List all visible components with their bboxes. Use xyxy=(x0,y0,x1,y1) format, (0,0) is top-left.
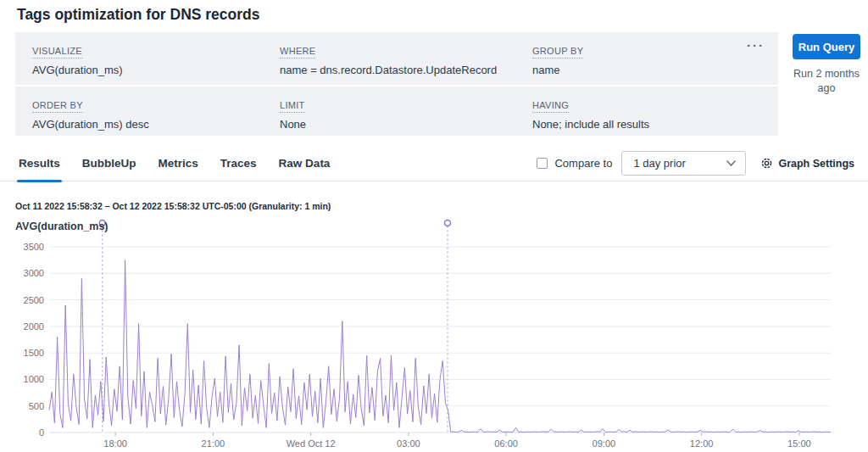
clause-label: ORDER BY xyxy=(32,100,83,113)
svg-text:1500: 1500 xyxy=(24,348,44,358)
svg-text:12:00: 12:00 xyxy=(690,438,714,449)
tab-traces[interactable]: Traces xyxy=(220,146,257,181)
svg-text:21:00: 21:00 xyxy=(202,438,225,449)
graph-settings-label: Graph Settings xyxy=(778,158,854,170)
svg-text:03:00: 03:00 xyxy=(397,438,420,449)
tab-results[interactable]: Results xyxy=(19,146,60,181)
compare-to-label: Compare to xyxy=(554,157,612,170)
compare-period-dropdown[interactable]: 1 day prior xyxy=(621,151,746,176)
query-results-page: Tags optimization for DNS records VISUAL… xyxy=(0,0,868,452)
clause-label: WHERE xyxy=(280,46,315,59)
svg-text:500: 500 xyxy=(29,401,44,411)
tab-raw-data[interactable]: Raw Data xyxy=(279,146,331,181)
clause-label: HAVING xyxy=(532,100,569,113)
clause-value: AVG(duration_ms) xyxy=(32,64,280,76)
svg-text:3500: 3500 xyxy=(24,242,44,252)
query-panel: VISUALIZE AVG(duration_ms) WHERE name = … xyxy=(15,32,778,136)
clause-label: VISUALIZE xyxy=(32,46,82,59)
graph-controls: Compare to 1 day prior Graph Settings xyxy=(537,151,854,176)
svg-text:1000: 1000 xyxy=(24,374,44,384)
page-title: Tags optimization for DNS records xyxy=(17,6,260,24)
more-options-icon[interactable]: ··· xyxy=(747,39,765,52)
compare-to-checkbox[interactable] xyxy=(537,158,548,169)
svg-text:15:00: 15:00 xyxy=(787,438,811,449)
tab-bubbleup[interactable]: BubbleUp xyxy=(82,146,136,181)
query-row-1: VISUALIZE AVG(duration_ms) WHERE name = … xyxy=(15,32,778,85)
clause-value: name = dns.record.Datastore.UpdateRecord xyxy=(280,64,532,76)
svg-text:06:00: 06:00 xyxy=(494,438,518,449)
clause-label: GROUP BY xyxy=(532,46,583,59)
gear-icon xyxy=(760,157,773,170)
query-clause-group-by[interactable]: GROUP BY name xyxy=(532,42,744,85)
query-clause-visualize[interactable]: VISUALIZE AVG(duration_ms) xyxy=(32,42,280,85)
clause-value: None; include all results xyxy=(532,118,744,131)
chart-time-range: Oct 11 2022 15:58:32 – Oct 12 2022 15:58… xyxy=(15,201,331,211)
query-builder: VISUALIZE AVG(duration_ms) WHERE name = … xyxy=(15,32,860,136)
clause-value: AVG(duration_ms) desc xyxy=(32,118,280,131)
query-clause-limit[interactable]: LIMIT None xyxy=(280,97,532,136)
run-query-button[interactable]: Run Query xyxy=(793,34,860,59)
svg-text:0: 0 xyxy=(39,427,44,438)
svg-text:Wed Oct 12: Wed Oct 12 xyxy=(287,438,336,449)
svg-text:09:00: 09:00 xyxy=(593,438,616,449)
svg-text:2500: 2500 xyxy=(24,295,44,305)
query-clause-where[interactable]: WHERE name = dns.record.Datastore.Update… xyxy=(280,42,532,85)
compare-period-value: 1 day prior xyxy=(633,157,726,170)
svg-text:18:00: 18:00 xyxy=(103,438,127,449)
query-clause-having[interactable]: HAVING None; include all results xyxy=(532,97,744,136)
query-clause-order-by[interactable]: ORDER BY AVG(duration_ms) desc xyxy=(32,97,280,136)
chart-y-axis-label: AVG(duration_ms) xyxy=(15,220,108,232)
run-column: Run Query Run 2 months ago xyxy=(778,32,860,136)
query-row-2: ORDER BY AVG(duration_ms) desc LIMIT Non… xyxy=(15,86,778,136)
clause-value: None xyxy=(280,118,532,131)
clause-value: name xyxy=(532,64,744,76)
results-timeseries-chart[interactable]: 050010001500200025003000350018:0021:00We… xyxy=(0,212,868,452)
svg-text:3000: 3000 xyxy=(24,268,44,278)
chevron-down-icon xyxy=(726,159,737,167)
graph-settings-button[interactable]: Graph Settings xyxy=(760,157,854,170)
tab-metrics[interactable]: Metrics xyxy=(159,146,198,181)
last-run-text: Run 2 months ago xyxy=(788,67,865,96)
svg-text:2000: 2000 xyxy=(24,321,44,332)
results-tabs-bar: Results BubbleUp Metrics Traces Raw Data… xyxy=(0,146,868,181)
clause-label: LIMIT xyxy=(280,100,305,113)
